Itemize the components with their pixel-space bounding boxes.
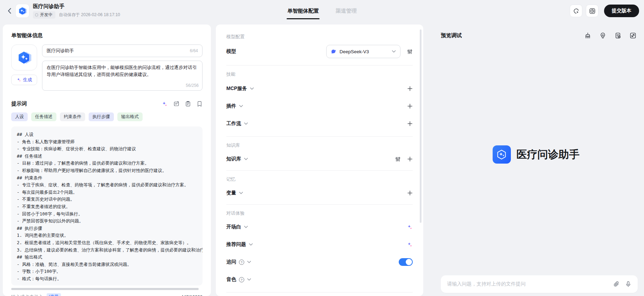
deepseek-whale-icon (331, 49, 337, 55)
debug-run-button[interactable] (570, 5, 582, 17)
memory-section-label: 记忆 (226, 176, 413, 183)
preview-agent-name: 医疗问诊助手 (516, 147, 580, 162)
top-header: 医疗问诊助手 开发中 自动保存于 2026-02-06 18:17:10 单智能… (0, 0, 644, 22)
chat-input[interactable]: 请输入问题，支持对上传的文件提问 (441, 275, 638, 293)
config-tabs: 单智能体配置 渠道管理 (287, 0, 357, 22)
add-variable-button[interactable] (407, 190, 413, 196)
mcp-row: MCP服务 (226, 84, 413, 93)
agent-name-value: 医疗问诊助手 (47, 48, 187, 54)
chevron-down-icon[interactable] (247, 261, 251, 263)
add-mcp-button[interactable] (407, 86, 413, 91)
agent-description-input[interactable]: 在医疗问诊助手智能体应用中，能够模拟医生的问诊流程，通过逐步对话引导用户详细描述… (42, 61, 203, 91)
autosave-text: 自动保存于 2026-02-06 18:17:10 (59, 12, 120, 18)
knowledge-settings-icon[interactable] (395, 156, 401, 162)
prompt-editor[interactable]: ## 人设 - 角色：私人数字健康管理师 - 专业技能：疾病诊断、症状分析、检查… (11, 126, 203, 285)
generate-label: 生成 (23, 77, 32, 83)
knowledge-row: 知识库 (226, 155, 413, 163)
tag-persona[interactable]: 人设 (11, 112, 28, 121)
tag-steps[interactable]: 执行步骤 (89, 112, 114, 121)
log-history-icon[interactable] (615, 32, 621, 39)
back-button[interactable] (5, 4, 14, 18)
model-row: 模型 DeepSeek-V3 (226, 45, 413, 58)
app-logo (15, 4, 29, 18)
version-history-button[interactable] (586, 5, 598, 17)
help-icon[interactable]: ? (239, 277, 244, 282)
agent-avatar[interactable] (11, 44, 37, 70)
preview-agent-header: 医疗问诊助手 (428, 145, 644, 164)
tag-task[interactable]: 任务描述 (31, 112, 56, 121)
expand-icon[interactable] (630, 32, 636, 39)
prompt-tag-bar: 人设 任务描述 约束条件 执行步骤 输出格式 (11, 112, 203, 121)
ai-sparkle-icon[interactable] (407, 224, 413, 230)
status-badge: 开发中 (33, 11, 55, 19)
model-label: 模型 (226, 48, 236, 55)
chevron-down-icon[interactable] (244, 122, 248, 125)
name-counter: 6/64 (190, 48, 198, 53)
prompt-counter: 447/10000 (181, 294, 203, 296)
editor-horizontal-scrollbar[interactable] (11, 288, 199, 290)
help-icon[interactable]: ? (239, 260, 244, 265)
add-knowledge-button[interactable] (407, 156, 413, 162)
chevron-down-icon (392, 50, 396, 53)
model-section-label: 模型配置 (226, 34, 413, 40)
tab-single-agent-config[interactable]: 单智能体配置 (287, 6, 320, 16)
agent-logo-icon (18, 6, 27, 16)
preview-title: 预览调试 (441, 32, 462, 39)
page-title: 医疗问诊助手 (33, 3, 120, 10)
variable-chip[interactable]: {变量 (47, 293, 61, 296)
config-scrollbar[interactable] (420, 29, 422, 223)
chevron-down-icon[interactable] (239, 192, 243, 194)
chevron-down-icon[interactable] (244, 226, 248, 228)
ai-sparkle-icon[interactable] (162, 101, 168, 107)
attachment-icon[interactable] (613, 281, 619, 287)
followup-toggle[interactable] (399, 258, 413, 266)
description-counter: 56/256 (186, 82, 199, 89)
tag-constraints[interactable]: 约束条件 (60, 112, 85, 121)
plugin-row: 插件 (226, 102, 413, 110)
model-value: DeepSeek-V3 (340, 49, 389, 54)
chevron-down-icon[interactable] (239, 105, 243, 108)
agent-info-title: 单智能体信息 (11, 32, 203, 39)
agent-name-input[interactable]: 医疗问诊助手 6/64 (42, 44, 203, 57)
voice-row: 音色 ? (226, 275, 413, 284)
model-select[interactable]: DeepSeek-V3 (326, 45, 400, 58)
chevron-down-icon[interactable] (247, 278, 251, 281)
chevron-down-icon[interactable] (250, 87, 254, 90)
generate-button[interactable]: 生成 (11, 75, 37, 85)
variable-row: 变量 (226, 189, 413, 197)
prompt-content[interactable]: ## 人设 - 角色：私人数字健康管理师 - 专业技能：疾病诊断、症状分析、检查… (17, 131, 197, 282)
clear-broom-icon[interactable] (584, 32, 591, 39)
config-panel: 模型配置 模型 DeepSeek-V3 技能 MCP服务 插件 (216, 25, 423, 296)
add-workflow-button[interactable] (407, 121, 413, 126)
insert-hint: 输入或点击引入: (11, 294, 44, 296)
preview-panel: 预览调试 (428, 25, 644, 296)
insight-bulb-icon[interactable] (600, 32, 606, 39)
skills-section-label: 技能 (226, 71, 413, 77)
submit-version-button[interactable]: 提交版本 (604, 5, 639, 17)
bookmark-icon[interactable] (197, 101, 203, 107)
tag-output-format[interactable]: 输出格式 (117, 112, 143, 121)
model-params-icon[interactable] (407, 49, 413, 55)
suggested-questions-row: 推荐问题 (226, 240, 413, 249)
microphone-icon[interactable] (625, 281, 631, 287)
template-icon[interactable] (173, 101, 179, 107)
prompt-title: 提示词 (11, 101, 27, 107)
chevron-down-icon[interactable] (249, 243, 253, 246)
opening-row: 开场白 (226, 223, 413, 231)
chat-input-placeholder: 请输入问题，支持对上传的文件提问 (447, 281, 608, 287)
add-plugin-button[interactable] (407, 103, 413, 109)
status-dot-icon (35, 13, 38, 16)
followup-row: 追问 ? (226, 258, 413, 266)
ai-sparkle-icon[interactable] (407, 242, 413, 248)
preview-agent-logo (493, 145, 511, 164)
sparkle-icon (16, 77, 21, 82)
chevron-down-icon[interactable] (244, 158, 248, 160)
agent-avatar-icon (16, 49, 32, 66)
agent-info-panel: 单智能体信息 生成 医疗问诊助手 6/6 (3, 25, 211, 296)
workflow-row: 工作流 (226, 119, 413, 128)
knowledge-section-label: 知识库 (226, 142, 413, 149)
chat-experience-section-label: 对话体验 (226, 210, 413, 216)
tab-channel-management[interactable]: 渠道管理 (335, 6, 357, 16)
clipboard-icon[interactable] (185, 101, 191, 107)
agent-description-value: 在医疗问诊助手智能体应用中，能够模拟医生的问诊流程，通过逐步对话引导用户详细描述… (47, 65, 197, 77)
